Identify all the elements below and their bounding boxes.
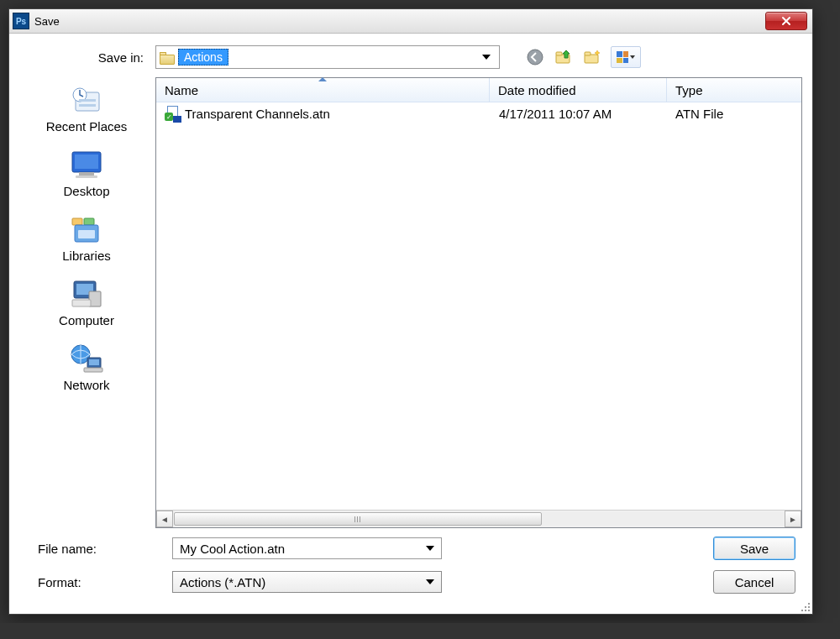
back-icon bbox=[526, 48, 544, 66]
views-button[interactable] bbox=[611, 46, 641, 68]
svg-rect-4 bbox=[585, 52, 591, 55]
svg-rect-10 bbox=[75, 155, 98, 169]
toolbar bbox=[525, 46, 641, 68]
svg-rect-24 bbox=[84, 368, 102, 372]
new-folder-icon bbox=[583, 48, 601, 66]
svg-rect-13 bbox=[72, 218, 82, 225]
save-button[interactable]: Save bbox=[713, 537, 795, 560]
column-headers: Name Date modified Type bbox=[156, 78, 801, 102]
sidebar-item-libraries[interactable]: Libraries bbox=[62, 213, 111, 263]
svg-rect-11 bbox=[79, 172, 94, 175]
svg-rect-2 bbox=[556, 52, 562, 55]
sidebar-item-recent[interactable]: Recent Places bbox=[46, 84, 128, 134]
sidebar-item-label: Recent Places bbox=[46, 119, 128, 134]
middle-area: Recent Places Desktop bbox=[16, 74, 806, 528]
format-value: Actions (*.ATN) bbox=[180, 575, 265, 589]
sidebar-item-computer[interactable]: Computer bbox=[59, 278, 114, 327]
chevron-down-icon bbox=[630, 55, 635, 59]
cancel-button[interactable]: Cancel bbox=[713, 570, 795, 594]
scroll-right-button[interactable]: ► bbox=[785, 511, 801, 527]
sidebar-item-network[interactable]: Network bbox=[63, 343, 109, 392]
places-sidebar: Recent Places Desktop bbox=[19, 77, 154, 528]
photoshop-icon: Ps bbox=[13, 13, 29, 29]
button-label: Save bbox=[740, 542, 769, 556]
sidebar-item-label: Desktop bbox=[63, 184, 109, 198]
sidebar-item-label: Network bbox=[63, 378, 109, 392]
chevron-down-icon bbox=[482, 55, 491, 60]
svg-rect-20 bbox=[72, 300, 91, 306]
close-button[interactable] bbox=[765, 12, 807, 30]
file-name: Transparent Channels.atn bbox=[185, 107, 330, 121]
scroll-left-button[interactable]: ◄ bbox=[156, 511, 173, 527]
recent-places-icon bbox=[67, 84, 106, 118]
svg-rect-12 bbox=[76, 175, 97, 178]
scrollbar-thumb[interactable] bbox=[174, 512, 542, 526]
save-dialog: Ps Save Save in: Actions bbox=[8, 8, 813, 615]
file-type: ATN File bbox=[667, 107, 801, 121]
file-date: 4/17/2011 10:07 AM bbox=[491, 107, 667, 121]
computer-icon bbox=[67, 278, 106, 312]
client-area: Save in: Actions bbox=[9, 34, 812, 614]
svg-rect-14 bbox=[84, 218, 94, 225]
filename-label: File name: bbox=[26, 542, 164, 556]
atn-file-icon: ✓ bbox=[165, 106, 180, 121]
format-select[interactable]: Actions (*.ATN) bbox=[172, 571, 442, 593]
close-icon bbox=[780, 16, 792, 26]
button-label: Cancel bbox=[735, 575, 774, 589]
sidebar-item-label: Libraries bbox=[62, 249, 111, 263]
save-in-label: Save in: bbox=[26, 50, 147, 65]
filename-input[interactable]: My Cool Action.atn bbox=[172, 537, 442, 559]
save-in-row: Save in: Actions bbox=[16, 44, 806, 74]
svg-point-0 bbox=[528, 50, 543, 65]
column-header-label: Date modified bbox=[498, 83, 576, 97]
column-header-label: Type bbox=[675, 83, 703, 97]
titlebar: Ps Save bbox=[9, 9, 812, 34]
chevron-down-icon bbox=[426, 546, 434, 551]
chevron-down-icon bbox=[426, 579, 434, 584]
folder-up-icon bbox=[554, 48, 573, 66]
filename-value: My Cool Action.atn bbox=[180, 542, 285, 556]
libraries-icon bbox=[67, 213, 106, 247]
sidebar-item-desktop[interactable]: Desktop bbox=[63, 149, 109, 198]
file-list: Name Date modified Type bbox=[155, 77, 802, 528]
save-in-combo[interactable]: Actions bbox=[155, 45, 500, 69]
new-folder-button[interactable] bbox=[582, 47, 602, 67]
bottom-form: File name: My Cool Action.atn Save Forma… bbox=[16, 528, 806, 607]
current-folder-name: Actions bbox=[178, 49, 228, 65]
window-title: Save bbox=[34, 15, 765, 28]
network-icon bbox=[67, 343, 106, 376]
desktop-icon bbox=[67, 149, 106, 182]
column-header-type[interactable]: Type bbox=[667, 78, 801, 102]
scrollbar-track[interactable] bbox=[174, 512, 784, 526]
column-header-date[interactable]: Date modified bbox=[490, 78, 667, 102]
sort-ascending-icon bbox=[318, 77, 327, 81]
column-header-name[interactable]: Name bbox=[156, 78, 490, 102]
svg-rect-8 bbox=[79, 104, 96, 107]
sidebar-item-label: Computer bbox=[59, 313, 114, 327]
svg-rect-23 bbox=[89, 359, 99, 365]
svg-rect-7 bbox=[79, 99, 96, 102]
horizontal-scrollbar[interactable]: ◄ ► bbox=[156, 510, 801, 527]
format-label: Format: bbox=[26, 575, 164, 589]
file-row[interactable]: ✓ Transparent Channels.atn 4/17/2011 10:… bbox=[156, 102, 801, 125]
back-button[interactable] bbox=[525, 47, 545, 67]
column-header-label: Name bbox=[165, 83, 198, 97]
views-icon bbox=[617, 51, 628, 63]
up-one-level-button[interactable] bbox=[554, 47, 574, 67]
folder-icon bbox=[160, 50, 175, 64]
resize-grip[interactable] bbox=[799, 600, 811, 612]
svg-rect-16 bbox=[78, 230, 95, 238]
